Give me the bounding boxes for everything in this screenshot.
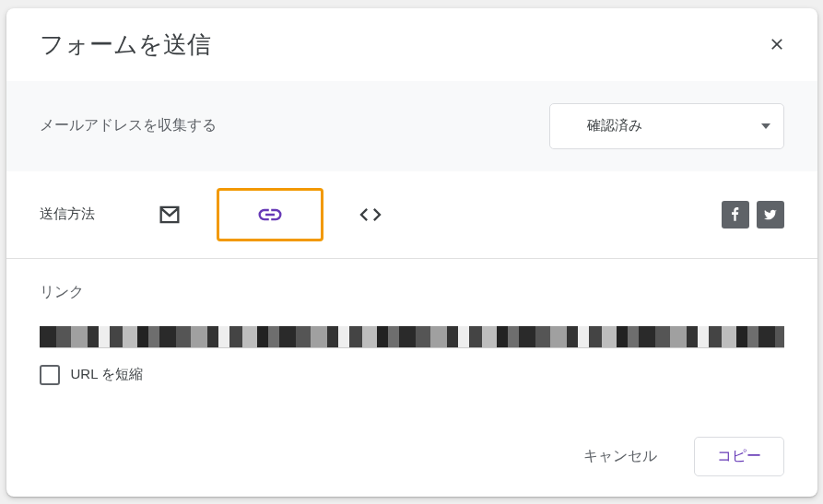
mail-icon bbox=[157, 202, 182, 228]
twitter-icon bbox=[763, 207, 778, 222]
close-button[interactable] bbox=[762, 29, 792, 59]
send-methods-label: 送信方法 bbox=[40, 205, 95, 223]
send-methods-row: 送信方法 bbox=[6, 171, 817, 259]
close-icon bbox=[768, 35, 786, 53]
method-tab-email[interactable] bbox=[147, 193, 193, 236]
dialog-header: フォームを送信 bbox=[6, 8, 817, 81]
collect-email-select[interactable]: 確認済み bbox=[549, 103, 784, 149]
collect-email-selected: 確認済み bbox=[587, 117, 642, 135]
embed-icon bbox=[358, 202, 383, 228]
twitter-share-button[interactable] bbox=[757, 201, 784, 229]
facebook-icon bbox=[728, 207, 743, 222]
send-form-dialog: フォームを送信 メールアドレスを収集する 確認済み 送信方法 bbox=[6, 8, 817, 497]
link-section: リンク URL を短縮 bbox=[6, 259, 817, 429]
cancel-button[interactable]: キャンセル bbox=[572, 438, 668, 475]
link-url-field[interactable] bbox=[40, 326, 784, 348]
link-heading: リンク bbox=[40, 283, 784, 302]
facebook-share-button[interactable] bbox=[722, 201, 749, 229]
chevron-down-icon bbox=[761, 123, 770, 129]
copy-button[interactable]: コピー bbox=[694, 437, 784, 476]
social-share bbox=[722, 201, 784, 229]
shorten-url-row: URL を短縮 bbox=[40, 354, 784, 396]
method-tab-embed[interactable] bbox=[347, 193, 394, 236]
dialog-actions: キャンセル コピー bbox=[6, 429, 817, 497]
collect-email-label: メールアドレスを収集する bbox=[40, 116, 217, 135]
collect-email-section: メールアドレスを収集する 確認済み bbox=[6, 81, 817, 171]
shorten-url-checkbox[interactable] bbox=[40, 365, 60, 385]
method-tab-link[interactable] bbox=[217, 188, 323, 241]
link-icon bbox=[256, 201, 284, 229]
shorten-url-label: URL を短縮 bbox=[71, 366, 144, 383]
dialog-title: フォームを送信 bbox=[40, 29, 211, 61]
